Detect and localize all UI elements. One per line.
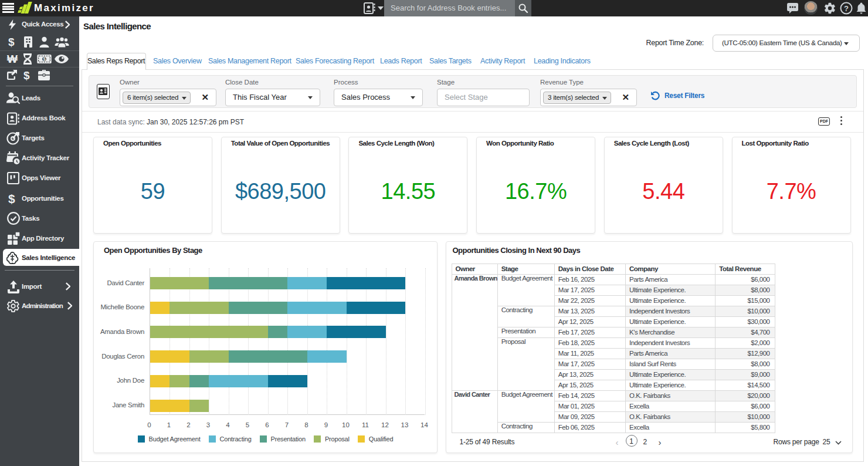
svg-text:?: ? — [844, 4, 849, 13]
